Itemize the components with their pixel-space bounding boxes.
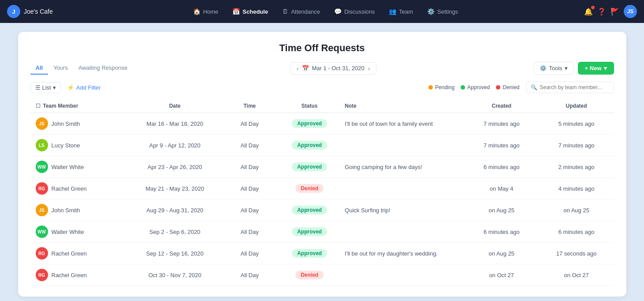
main-card: Time Off Requests All Yours Awaiting Res…: [18, 32, 626, 297]
col-header-updated: Updated: [539, 99, 614, 113]
cell-date-1: Apr 9 - Apr 12, 2020: [130, 135, 220, 156]
status-badge-5: Approved: [292, 227, 327, 236]
nav-right: 🔔 ❓ 🚩 JS: [584, 5, 637, 18]
search-icon: 🔍: [531, 84, 537, 90]
list-chevron-icon: ▾: [53, 84, 56, 91]
user-avatar[interactable]: JS: [624, 5, 637, 18]
team-icon: 👥: [389, 8, 396, 15]
member-name-4: John Smith: [52, 207, 80, 214]
legend-denied: Denied: [496, 84, 519, 90]
nav-team[interactable]: 👥 Team: [383, 5, 419, 18]
avatar-7: RG: [36, 269, 48, 281]
tools-chevron-icon: ▾: [565, 65, 568, 71]
legend-pending: Pending: [428, 84, 454, 90]
cell-date-3: May 21 - May 23, 2020: [130, 178, 220, 199]
cell-time-5: All Day: [220, 221, 280, 243]
cell-note-1: [339, 135, 464, 156]
cell-created-6: on Aug 25: [464, 243, 539, 264]
date-next-button[interactable]: ›: [367, 65, 371, 72]
flag-button[interactable]: 🚩: [610, 8, 619, 16]
table-checkbox-icon: ☐: [36, 103, 41, 109]
table-row[interactable]: RG Rachel Green Sep 12 - Sep 16, 2020 Al…: [30, 243, 614, 264]
calendar-icon: 📅: [302, 65, 309, 71]
table-row[interactable]: LS Lucy Stone Apr 9 - Apr 12, 2020 All D…: [30, 135, 614, 156]
status-badge-6: Approved: [292, 249, 327, 258]
notifications-button[interactable]: 🔔: [584, 8, 593, 16]
help-button[interactable]: ❓: [597, 8, 606, 16]
nav-discussions[interactable]: 💬 Discussions: [328, 5, 381, 18]
tools-button[interactable]: ⚙️ Tools ▾: [534, 62, 573, 75]
avatar-1: LS: [36, 139, 48, 151]
search-input[interactable]: [540, 84, 609, 90]
toolbar-row: All Yours Awaiting Response ‹ 📅 Mar 1 - …: [30, 62, 614, 75]
date-range-nav: ‹ 📅 Mar 1 - Oct 31, 2020 ›: [290, 62, 377, 75]
settings-icon: ⚙️: [427, 8, 435, 15]
new-button[interactable]: + New ▾: [578, 62, 614, 75]
tab-yours[interactable]: Yours: [48, 62, 73, 75]
nav-home[interactable]: 🏠 Home: [187, 5, 225, 18]
notification-badge: [591, 6, 595, 9]
toolbar-right: ⚙️ Tools ▾ + New ▾: [534, 62, 614, 75]
nav-attendance-label: Attendance: [291, 8, 320, 15]
cell-time-3: All Day: [220, 178, 280, 199]
cell-time-1: All Day: [220, 135, 280, 156]
avatar-3: RG: [36, 182, 48, 195]
cell-note-3: [339, 178, 464, 199]
cell-member-2: WW Walter White: [30, 156, 130, 178]
tab-awaiting[interactable]: Awaiting Response: [73, 62, 133, 75]
nav-schedule[interactable]: 📅 Schedule: [226, 5, 274, 18]
member-name-0: John Smith: [52, 120, 80, 127]
cell-created-4: on Aug 25: [464, 199, 539, 221]
cell-updated-3: 4 minutes ago: [539, 178, 614, 199]
cell-time-0: All Day: [220, 113, 280, 135]
member-name-3: Rachel Green: [52, 185, 87, 192]
cell-updated-5: 6 minutes ago: [539, 221, 614, 243]
cell-updated-2: 2 minutes ago: [539, 156, 614, 178]
add-filter-button[interactable]: ⚡ Add Filter: [67, 84, 101, 91]
list-view-button[interactable]: ☰ List ▾: [30, 82, 61, 93]
cell-status-6: Approved: [279, 243, 339, 264]
brand[interactable]: J Joe's Cafe: [7, 5, 53, 18]
nav-home-label: Home: [203, 8, 219, 15]
table-row[interactable]: WW Walter White Sep 2 - Sep 6, 2020 All …: [30, 221, 614, 243]
cell-updated-6: 17 seconds ago: [539, 243, 614, 264]
date-prev-button[interactable]: ‹: [296, 65, 300, 72]
nav-settings[interactable]: ⚙️ Settings: [421, 5, 464, 18]
table-row[interactable]: RG Rachel Green Oct 30 - Nov 7, 2020 All…: [30, 264, 614, 286]
table-row[interactable]: JS John Smith Aug 29 - Aug 31, 2020 All …: [30, 199, 614, 221]
approved-dot: [461, 85, 465, 90]
nav-team-label: Team: [399, 8, 413, 15]
tab-all[interactable]: All: [30, 62, 48, 75]
nav-attendance[interactable]: 🗓 Attendance: [276, 5, 326, 18]
cell-status-5: Approved: [279, 221, 339, 243]
cell-time-6: All Day: [220, 243, 280, 264]
status-badge-1: Approved: [292, 141, 327, 150]
new-button-label: + New: [585, 65, 602, 71]
table-row[interactable]: WW Walter White Apr 23 - Apr 26, 2020 Al…: [30, 156, 614, 178]
cell-created-7: on Oct 27: [464, 264, 539, 286]
time-off-table: ☐ Team Member Date Time Status Note Crea…: [30, 99, 614, 286]
table-row[interactable]: JS John Smith Mar 16 - Mar 18, 2020 All …: [30, 113, 614, 135]
cell-note-5: [339, 221, 464, 243]
nav-schedule-label: Schedule: [242, 8, 268, 15]
table-row[interactable]: RG Rachel Green May 21 - May 23, 2020 Al…: [30, 178, 614, 199]
cell-updated-1: 7 minutes ago: [539, 135, 614, 156]
brand-avatar: J: [7, 5, 20, 18]
cell-note-0: I'll be out of town for a family event: [339, 113, 464, 135]
cell-time-2: All Day: [220, 156, 280, 178]
approved-label: Approved: [467, 84, 490, 90]
member-name-7: Rachel Green: [52, 272, 87, 278]
filter-icon: ⚡: [67, 84, 74, 91]
cell-date-6: Sep 12 - Sep 16, 2020: [130, 243, 220, 264]
cell-status-3: Denied: [279, 178, 339, 199]
cell-created-1: 7 minutes ago: [464, 135, 539, 156]
status-badge-0: Approved: [292, 119, 327, 128]
pending-dot: [428, 85, 433, 90]
status-badge-7: Denied: [295, 271, 324, 279]
cell-note-2: Going camping for a few days!: [339, 156, 464, 178]
search-box: 🔍: [526, 82, 614, 93]
member-name-6: Rachel Green: [52, 250, 87, 257]
cell-member-6: RG Rachel Green: [30, 243, 130, 264]
col-header-time: Time: [220, 99, 280, 113]
status-badge-3: Denied: [295, 184, 324, 193]
